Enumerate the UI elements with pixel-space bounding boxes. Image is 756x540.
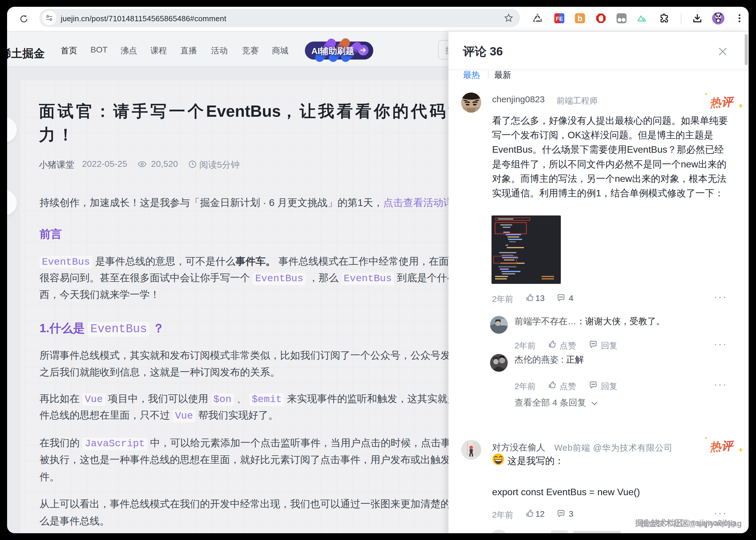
svg-text:FE: FE xyxy=(556,16,563,22)
svg-text:b: b xyxy=(577,14,582,23)
